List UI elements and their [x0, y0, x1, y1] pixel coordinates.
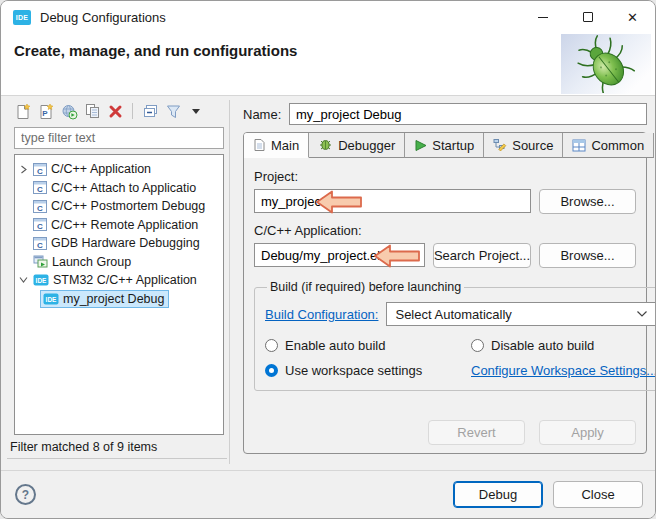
project-label: Project:	[254, 169, 636, 184]
view-menu-button[interactable]	[187, 102, 205, 120]
debug-configurations-dialog: IDE Debug Configurations ✕ Create, manag…	[0, 0, 656, 519]
svg-text:C: C	[37, 241, 43, 250]
tree-item-label: GDB Hardware Debugging	[51, 236, 200, 250]
dialog-content: P C C	[1, 96, 655, 470]
application-label: C/C++ Application:	[254, 223, 636, 238]
svg-text:IDE: IDE	[36, 277, 48, 284]
tree-item-label: my_project Debug	[63, 292, 164, 306]
chevron-down-icon	[636, 310, 648, 318]
tab-common[interactable]: Common	[563, 133, 654, 158]
close-dialog-button[interactable]: Close	[553, 481, 643, 508]
tab-main[interactable]: Main	[244, 133, 309, 158]
beetle-image	[561, 34, 651, 94]
tree-item-label: STM32 C/C++ Application	[53, 273, 197, 287]
panel-splitter[interactable]	[229, 100, 230, 464]
tree-item-cpp-application[interactable]: C C/C++ Application	[15, 160, 223, 179]
export-configurations-button[interactable]	[60, 102, 78, 120]
beetle-icon	[577, 35, 635, 93]
c-application-icon: C	[33, 200, 47, 213]
c-application-icon: C	[33, 237, 47, 250]
left-panel-divider	[7, 458, 227, 459]
svg-text:P: P	[42, 109, 48, 118]
collapse-all-button[interactable]	[141, 102, 159, 120]
c-application-icon: C	[33, 181, 47, 194]
svg-text:C: C	[37, 185, 43, 194]
radio-use-workspace-settings[interactable]: Use workspace settings	[265, 363, 471, 378]
new-prototype-button[interactable]: P	[37, 102, 55, 120]
tab-source[interactable]: Source	[484, 133, 563, 158]
project-browse-button[interactable]: Browse...	[539, 189, 636, 214]
revert-button[interactable]: Revert	[428, 420, 525, 445]
maximize-button[interactable]	[565, 1, 610, 33]
tree-item-cpp-remote[interactable]: C C/C++ Remote Application	[15, 216, 223, 235]
c-application-icon: C	[33, 218, 47, 231]
name-label: Name:	[243, 107, 289, 122]
document-icon	[253, 138, 266, 152]
build-configuration-select[interactable]: Select Automatically	[386, 302, 656, 326]
tree-item-stm32-application[interactable]: IDE STM32 C/C++ Application	[15, 271, 223, 290]
delete-configuration-button[interactable]	[106, 102, 124, 120]
chevron-right-icon[interactable]	[18, 165, 29, 174]
build-group: Build (if required) before launching Bui…	[254, 280, 656, 391]
close-icon: ✕	[627, 11, 638, 24]
configure-workspace-settings-link[interactable]: Configure Workspace Settings...	[471, 363, 656, 378]
build-group-title: Build (if required) before launching	[267, 280, 464, 294]
filter-button[interactable]	[164, 102, 182, 120]
configuration-tree: C C/C++ Application C C/C++ Attach to Ap…	[14, 154, 224, 435]
main-tab-content: Project: Browse... C/C++ Application:	[244, 158, 646, 453]
play-icon	[414, 139, 427, 152]
tree-item-label: C/C++ Remote Application	[51, 218, 198, 232]
close-button[interactable]: ✕	[610, 1, 655, 33]
filter-status: Filter matched 8 of 9 items	[10, 440, 157, 454]
dialog-footer: ? Debug Close	[1, 470, 655, 518]
tab-debugger[interactable]: Debugger	[309, 133, 405, 158]
source-tree-icon	[493, 138, 507, 152]
project-input[interactable]	[254, 189, 531, 213]
svg-text:C: C	[37, 167, 43, 176]
bug-icon	[318, 138, 333, 152]
table-icon	[572, 139, 586, 152]
application-input[interactable]	[254, 243, 425, 267]
tab-folder: Main Debugger Startup Source	[243, 132, 647, 454]
minimize-icon	[538, 17, 548, 18]
dialog-header: Create, manage, and run configurations	[1, 33, 655, 96]
tree-item-cpp-attach[interactable]: C C/C++ Attach to Applicatio	[15, 179, 223, 198]
titlebar: IDE Debug Configurations ✕	[1, 1, 655, 33]
search-project-button[interactable]: Search Project...	[433, 243, 531, 268]
application-browse-button[interactable]: Browse...	[539, 243, 636, 268]
launch-group-icon	[33, 255, 48, 268]
tab-startup[interactable]: Startup	[405, 133, 484, 158]
svg-text:IDE: IDE	[46, 296, 58, 303]
tree-item-cpp-postmortem[interactable]: C C/C++ Postmortem Debugg	[15, 197, 223, 216]
name-input[interactable]	[289, 103, 647, 125]
chevron-down-icon	[192, 109, 200, 114]
app-icon: IDE	[13, 10, 31, 25]
tree-item-label: C/C++ Postmortem Debugg	[51, 199, 205, 213]
tree-item-label: Launch Group	[52, 255, 131, 269]
minimize-button[interactable]	[520, 1, 565, 33]
radio-enable-auto-build[interactable]: Enable auto build	[265, 338, 471, 353]
apply-button[interactable]: Apply	[539, 420, 636, 445]
filter-input[interactable]	[14, 127, 224, 149]
tree-item-gdb-hardware[interactable]: C GDB Hardware Debugging	[15, 234, 223, 253]
debug-button[interactable]: Debug	[453, 481, 543, 508]
help-button[interactable]: ?	[15, 484, 36, 505]
tree-item-label: C/C++ Attach to Applicatio	[51, 181, 196, 195]
build-configuration-link[interactable]: Build Configuration:	[265, 307, 378, 322]
maximize-icon	[583, 12, 593, 22]
radio-disable-auto-build[interactable]: Disable auto build	[471, 338, 656, 353]
page-title: Create, manage, and run configurations	[1, 33, 655, 59]
window-title: Debug Configurations	[40, 10, 166, 25]
tree-item-label: C/C++ Application	[51, 162, 151, 176]
c-application-icon: C	[33, 163, 47, 176]
duplicate-configuration-button[interactable]	[83, 102, 101, 120]
selected-tree-item[interactable]: IDE my_project Debug	[40, 290, 169, 308]
tree-item-my-project-debug[interactable]: IDE my_project Debug	[15, 290, 223, 309]
svg-text:C: C	[37, 204, 43, 213]
radio-icon	[265, 339, 278, 352]
chevron-down-icon[interactable]	[18, 276, 29, 284]
tree-item-launch-group[interactable]: Launch Group	[15, 253, 223, 272]
window-controls: ✕	[520, 1, 655, 33]
stm32-ide-icon: IDE	[33, 274, 49, 286]
new-configuration-button[interactable]	[14, 102, 32, 120]
